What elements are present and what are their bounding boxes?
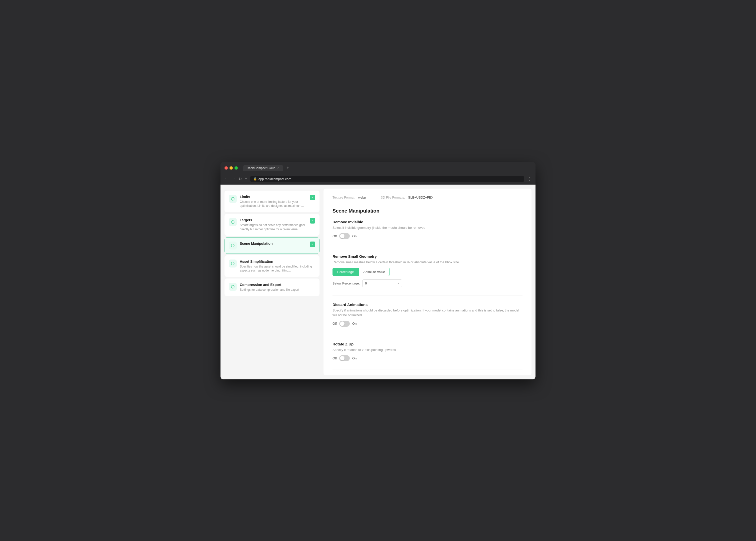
file-formats-item: 3D File Formats: GLB+USDZ+FBX xyxy=(381,196,433,199)
setting-remove-invisible: Remove Invisible Select if invisible geo… xyxy=(333,220,523,239)
remove-invisible-toggle-row: Off On xyxy=(333,233,523,239)
divider-4 xyxy=(333,369,523,369)
absolute-value-button[interactable]: Absolute Value xyxy=(359,268,390,276)
scene-manipulation-content: Scene Manipulation xyxy=(240,242,307,247)
compression-export-icon xyxy=(229,283,237,291)
asset-simplification-desc: Specifies how the asset should be simpli… xyxy=(240,265,315,273)
below-percentage-value: 0 xyxy=(365,281,367,285)
browser-window: RapidCompact Cloud ✕ + ← → ↻ ⌂ 🔒 app.rap… xyxy=(221,162,535,379)
below-percentage-label: Below Percentage: xyxy=(333,281,360,285)
svg-point-4 xyxy=(231,285,234,288)
more-options-button[interactable]: ⋮ xyxy=(527,176,531,182)
tab-close-icon[interactable]: ✕ xyxy=(277,166,279,170)
chevron-up-icon: ▲ xyxy=(397,282,399,285)
targets-check: ✓ xyxy=(310,218,315,224)
limits-icon xyxy=(229,195,237,203)
rotate-z-up-toggle[interactable] xyxy=(339,355,350,361)
sidebar: Limits Choose one or more limiting facto… xyxy=(225,189,319,375)
texture-format-value: webp xyxy=(358,196,366,199)
back-button[interactable]: ← xyxy=(225,177,229,181)
compression-export-title: Compression and Export xyxy=(240,283,315,287)
sidebar-item-asset-simplification[interactable]: Asset Simplification Specifies how the a… xyxy=(225,255,319,277)
file-formats-label: 3D File Formats: xyxy=(381,196,405,199)
close-button[interactable] xyxy=(225,166,228,170)
texture-format-item: Texture Format: webp xyxy=(333,196,366,199)
address-bar: ← → ↻ ⌂ 🔒 app.rapidcompact.com ⋮ xyxy=(221,174,535,185)
remove-invisible-on-label: On xyxy=(352,234,357,238)
rotate-z-up-name: Rotate Z Up xyxy=(333,342,523,346)
discard-animations-toggle[interactable] xyxy=(339,321,350,327)
svg-point-3 xyxy=(231,262,234,265)
limits-check: ✓ xyxy=(310,195,315,200)
targets-icon xyxy=(229,218,237,226)
active-tab[interactable]: RapidCompact Cloud ✕ xyxy=(243,165,283,171)
remove-invisible-toggle[interactable] xyxy=(339,233,350,239)
rotate-z-up-on-label: On xyxy=(352,356,357,360)
sidebar-item-scene-manipulation[interactable]: Scene Manipulation ✓ xyxy=(225,237,319,254)
asset-simplification-title: Asset Simplification xyxy=(240,260,315,264)
discard-animations-name: Discard Animations xyxy=(333,302,523,307)
remove-small-geometry-name: Remove Small Geometry xyxy=(333,254,523,259)
rotate-z-up-desc: Specify if rotation to z-axis pointing u… xyxy=(333,347,523,352)
discard-animations-toggle-row: Off On xyxy=(333,321,523,327)
sidebar-item-compression-export[interactable]: Compression and Export Settings for data… xyxy=(225,278,319,296)
limits-title: Limits xyxy=(240,195,307,199)
remove-invisible-off-label: Off xyxy=(333,234,337,238)
targets-title: Targets xyxy=(240,218,307,222)
setting-discard-animations: Discard Animations Specify if animations… xyxy=(333,302,523,327)
home-button[interactable]: ⌂ xyxy=(245,177,247,181)
asset-simplification-content: Asset Simplification Specifies how the a… xyxy=(240,260,315,273)
svg-point-2 xyxy=(231,244,234,247)
texture-format-label: Texture Format: xyxy=(333,196,355,199)
percentage-button[interactable]: Percentage xyxy=(333,268,359,276)
limits-content: Limits Choose one or more limiting facto… xyxy=(240,195,307,208)
discard-animations-on-label: On xyxy=(352,322,357,325)
compression-export-desc: Settings for data compression and file e… xyxy=(240,288,315,292)
info-strip: Texture Format: webp 3D File Formats: GL… xyxy=(333,196,523,203)
section-title: Scene Manipulation xyxy=(333,208,523,214)
svg-point-0 xyxy=(231,197,234,200)
discard-animations-desc: Specify if animations should be discarde… xyxy=(333,308,523,318)
asset-simplification-icon xyxy=(229,260,237,268)
reload-button[interactable]: ↻ xyxy=(239,177,242,181)
remove-invisible-name: Remove Invisible xyxy=(333,220,523,224)
setting-remove-small-geometry: Remove Small Geometry Remove small meshe… xyxy=(333,254,523,287)
limits-desc: Choose one or more limiting factors for … xyxy=(240,200,307,208)
targets-content: Targets Smart targets do not serve any p… xyxy=(240,218,307,232)
browser-tabs: RapidCompact Cloud ✕ + xyxy=(243,165,291,171)
url-display: app.rapidcompact.com xyxy=(259,177,291,181)
lock-icon: 🔒 xyxy=(253,177,257,181)
sidebar-item-targets[interactable]: Targets Smart targets do not serve any p… xyxy=(225,214,319,236)
discard-animations-off-label: Off xyxy=(333,322,337,325)
compression-export-content: Compression and Export Settings for data… xyxy=(240,283,315,292)
remove-small-geometry-desc: Remove small meshes below a certain thre… xyxy=(333,260,523,265)
rotate-z-up-toggle-row: Off On xyxy=(333,355,523,361)
new-tab-button[interactable]: + xyxy=(285,165,291,171)
below-percentage-input[interactable]: 0 ▲ xyxy=(362,279,402,287)
address-input[interactable]: 🔒 app.rapidcompact.com xyxy=(250,176,524,182)
scene-manipulation-check: ✓ xyxy=(310,242,315,247)
maximize-button[interactable] xyxy=(235,166,238,170)
divider-2 xyxy=(333,295,523,295)
svg-point-1 xyxy=(231,221,234,224)
remove-small-geometry-btn-group: Percentage Absolute Value xyxy=(333,268,523,276)
rotate-z-up-off-label: Off xyxy=(333,356,337,360)
targets-desc: Smart targets do not serve any performan… xyxy=(240,223,307,232)
minimize-button[interactable] xyxy=(229,166,233,170)
file-formats-value: GLB+USDZ+FBX xyxy=(408,196,433,199)
page-content: Limits Choose one or more limiting facto… xyxy=(221,185,535,379)
sidebar-item-limits[interactable]: Limits Choose one or more limiting facto… xyxy=(225,191,319,213)
forward-button[interactable]: → xyxy=(231,177,235,181)
title-bar: RapidCompact Cloud ✕ + xyxy=(221,162,535,174)
below-percentage-row: Below Percentage: 0 ▲ xyxy=(333,279,523,287)
setting-rotate-z-up: Rotate Z Up Specify if rotation to z-axi… xyxy=(333,342,523,361)
scene-manipulation-icon xyxy=(229,242,237,250)
traffic-lights xyxy=(225,166,238,170)
tab-label: RapidCompact Cloud xyxy=(247,166,275,170)
page-layout: Limits Choose one or more limiting facto… xyxy=(221,185,535,379)
scene-manipulation-title: Scene Manipulation xyxy=(240,242,307,246)
remove-invisible-desc: Select if invisible geometry (inside the… xyxy=(333,225,523,230)
main-content: Texture Format: webp 3D File Formats: GL… xyxy=(323,189,531,375)
